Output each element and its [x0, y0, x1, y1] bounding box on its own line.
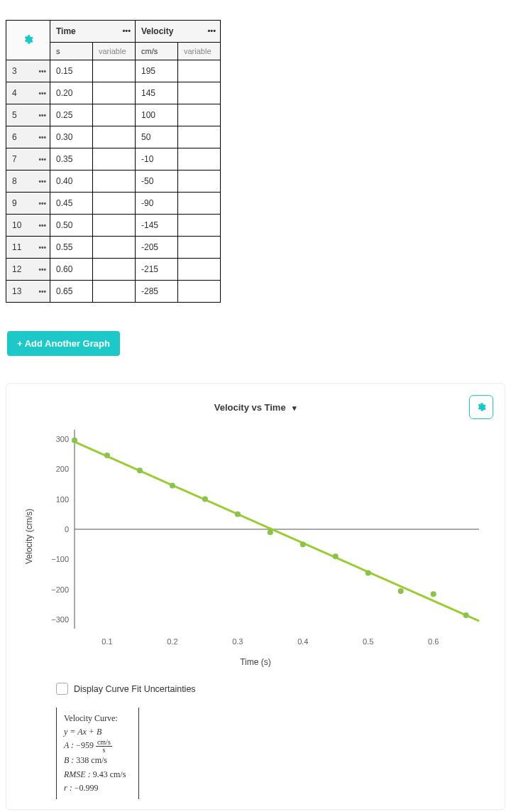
cell-vel-var[interactable]: [178, 126, 221, 148]
table-row: 5•••0.25100: [6, 104, 221, 126]
svg-text:300: 300: [56, 435, 69, 443]
table-row: 10•••0.50-145: [6, 215, 221, 237]
cell-vel[interactable]: 145: [136, 82, 178, 104]
col-time-header[interactable]: Time •••: [50, 21, 136, 43]
cell-time-var[interactable]: [93, 126, 136, 148]
ellipsis-icon[interactable]: •••: [38, 244, 46, 251]
row-index[interactable]: 8•••: [6, 170, 50, 193]
col-velocity-header[interactable]: Velocity •••: [136, 21, 221, 43]
cell-time[interactable]: 0.60: [50, 259, 93, 281]
cell-vel-var[interactable]: [178, 259, 221, 281]
ellipsis-icon[interactable]: •••: [207, 26, 216, 35]
cell-vel-var[interactable]: [178, 193, 221, 215]
cell-time[interactable]: 0.25: [50, 104, 93, 126]
svg-line-15: [75, 442, 479, 621]
fit-results-box: Velocity Curve: y = Ax + B A : −959 cm/s…: [56, 708, 139, 799]
ellipsis-icon[interactable]: •••: [122, 26, 131, 35]
chart-settings-button[interactable]: [469, 395, 493, 419]
svg-point-21: [235, 511, 241, 517]
cell-time-var[interactable]: [93, 82, 136, 104]
ellipsis-icon[interactable]: •••: [38, 134, 46, 141]
row-index[interactable]: 11•••: [6, 237, 50, 259]
cell-time-var[interactable]: [93, 60, 136, 82]
cell-time[interactable]: 0.50: [50, 215, 93, 237]
svg-point-22: [268, 529, 273, 535]
ellipsis-icon[interactable]: •••: [38, 178, 46, 185]
table-row: 9•••0.45-90: [6, 193, 221, 215]
cell-time[interactable]: 0.45: [50, 193, 93, 215]
cell-time[interactable]: 0.20: [50, 82, 93, 104]
ellipsis-icon[interactable]: •••: [38, 266, 46, 274]
cell-vel[interactable]: -145: [136, 215, 178, 237]
cell-time-var[interactable]: [93, 259, 136, 281]
col-vel-var: variable: [178, 43, 221, 60]
row-index[interactable]: 12•••: [6, 259, 50, 281]
cell-vel[interactable]: 195: [136, 60, 178, 82]
cell-vel[interactable]: -205: [136, 237, 178, 259]
row-index[interactable]: 10•••: [6, 215, 50, 237]
svg-point-19: [170, 482, 175, 488]
chart-title-row[interactable]: Velocity vs Time ▾: [16, 402, 495, 413]
fit-uncertainty-checkbox[interactable]: Display Curve Fit Uncertainties: [56, 683, 495, 695]
cell-time-var[interactable]: [93, 237, 136, 259]
cell-vel-var[interactable]: [178, 104, 221, 126]
cell-time-var[interactable]: [93, 104, 136, 126]
ellipsis-icon[interactable]: •••: [38, 222, 46, 229]
svg-text:0.6: 0.6: [428, 637, 439, 646]
svg-point-28: [463, 612, 469, 618]
table-gear-cell[interactable]: [6, 21, 50, 60]
row-index[interactable]: 7•••: [6, 148, 50, 170]
row-index[interactable]: 6•••: [6, 126, 50, 148]
cell-time[interactable]: 0.30: [50, 126, 93, 148]
cell-time[interactable]: 0.55: [50, 237, 93, 259]
svg-point-24: [333, 553, 339, 559]
cell-time[interactable]: 0.65: [50, 281, 93, 303]
cell-vel-var[interactable]: [178, 148, 221, 170]
ellipsis-icon[interactable]: •••: [38, 90, 46, 97]
ellipsis-icon[interactable]: •••: [38, 67, 46, 75]
ellipsis-icon[interactable]: •••: [38, 200, 46, 207]
cell-vel[interactable]: -285: [136, 281, 178, 303]
row-index[interactable]: 4•••: [6, 82, 50, 104]
cell-vel-var[interactable]: [178, 215, 221, 237]
add-graph-button[interactable]: + Add Another Graph: [7, 331, 120, 356]
table-row: 11•••0.55-205: [6, 237, 221, 259]
cell-vel-var[interactable]: [178, 60, 221, 82]
cell-vel[interactable]: -50: [136, 170, 178, 193]
chart-plot[interactable]: −300−200−10001002003000.10.20.30.40.50.6: [25, 423, 486, 650]
cell-vel-var[interactable]: [178, 237, 221, 259]
cell-time[interactable]: 0.15: [50, 60, 93, 82]
cell-vel[interactable]: -10: [136, 148, 178, 170]
chart-xlabel: Time (s): [16, 657, 495, 667]
cell-vel[interactable]: -215: [136, 259, 178, 281]
cell-vel[interactable]: -90: [136, 193, 178, 215]
cell-vel[interactable]: 50: [136, 126, 178, 148]
cell-vel-var[interactable]: [178, 281, 221, 303]
cell-time-var[interactable]: [93, 148, 136, 170]
row-index[interactable]: 13•••: [6, 281, 50, 303]
row-index[interactable]: 3•••: [6, 60, 50, 82]
ellipsis-icon[interactable]: •••: [38, 156, 46, 163]
fit-B: B : 338 cm/s: [64, 754, 126, 767]
cell-time-var[interactable]: [93, 281, 136, 303]
cell-time-var[interactable]: [93, 170, 136, 193]
cell-vel-var[interactable]: [178, 170, 221, 193]
cell-time[interactable]: 0.35: [50, 148, 93, 170]
cell-vel-var[interactable]: [178, 82, 221, 104]
svg-point-17: [104, 453, 110, 458]
col-time-var: variable: [93, 43, 136, 60]
svg-point-25: [366, 570, 371, 576]
fit-r: r : −0.999: [64, 781, 126, 795]
svg-text:0.5: 0.5: [363, 637, 373, 646]
svg-text:0.4: 0.4: [297, 637, 308, 646]
cell-time-var[interactable]: [93, 215, 136, 237]
row-index[interactable]: 9•••: [6, 193, 50, 215]
svg-text:−300: −300: [51, 615, 69, 624]
cell-vel[interactable]: 100: [136, 104, 178, 126]
ellipsis-icon[interactable]: •••: [38, 112, 46, 119]
cell-time[interactable]: 0.40: [50, 170, 93, 193]
table-row: 7•••0.35-10: [6, 148, 221, 170]
cell-time-var[interactable]: [93, 193, 136, 215]
ellipsis-icon[interactable]: •••: [38, 288, 46, 296]
row-index[interactable]: 5•••: [6, 104, 50, 126]
